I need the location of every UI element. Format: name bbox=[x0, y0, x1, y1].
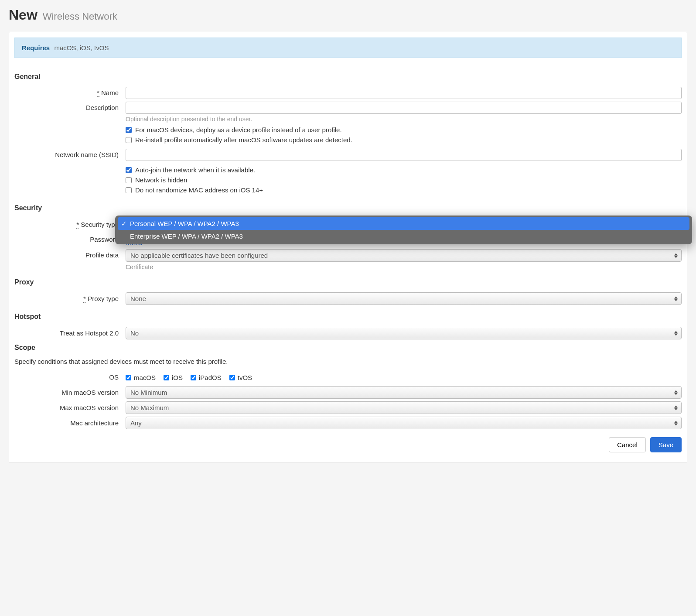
autojoin-label: Auto-join the network when it is availab… bbox=[135, 166, 255, 174]
os-tvos-checkbox[interactable] bbox=[229, 375, 235, 380]
label-os: OS bbox=[109, 373, 119, 381]
hidden-label: Network is hidden bbox=[135, 176, 187, 184]
page-title: New bbox=[9, 7, 38, 23]
os-macos-checkbox[interactable] bbox=[126, 375, 131, 380]
cancel-button[interactable]: Cancel bbox=[609, 437, 646, 452]
label-treat-hotspot: Treat as Hotspot 2.0 bbox=[60, 329, 119, 337]
label-proxy-type: Proxy type bbox=[88, 295, 119, 302]
section-proxy: Proxy bbox=[14, 278, 682, 286]
chevron-up-down-icon bbox=[674, 405, 678, 410]
description-help: Optional description presented to the en… bbox=[126, 116, 682, 123]
description-input[interactable] bbox=[126, 102, 682, 114]
save-button[interactable]: Save bbox=[650, 437, 682, 452]
label-min-macos: Min macOS version bbox=[61, 389, 119, 396]
no-randomize-label: Do not randomize MAC address on iOS 14+ bbox=[135, 186, 263, 194]
chevron-up-down-icon bbox=[674, 331, 678, 335]
no-randomize-checkbox[interactable] bbox=[126, 187, 132, 193]
min-macos-select[interactable]: No Minimum bbox=[126, 386, 682, 399]
hotspot-select[interactable]: No bbox=[126, 327, 682, 339]
label-password: Password bbox=[90, 236, 119, 243]
page-subtitle: Wireless Network bbox=[43, 11, 117, 22]
label-description: Description bbox=[86, 104, 119, 111]
mac-arch-select[interactable]: Any bbox=[126, 417, 682, 429]
label-security-type: Security type bbox=[81, 221, 119, 228]
profile-data-select[interactable]: No applicable certificates have been con… bbox=[126, 249, 682, 262]
requires-banner: Requires macOS, iOS, tvOS bbox=[14, 38, 682, 58]
main-panel: Requires macOS, iOS, tvOS General * Name… bbox=[9, 32, 687, 462]
section-security: Security bbox=[14, 204, 682, 212]
autojoin-checkbox[interactable] bbox=[126, 167, 132, 173]
os-ipados-checkbox[interactable] bbox=[191, 375, 196, 380]
section-general: General bbox=[14, 73, 682, 81]
section-scope: Scope bbox=[14, 344, 682, 352]
label-mac-arch: Mac architecture bbox=[70, 419, 119, 427]
reinstall-label: Re-install profile automatically after m… bbox=[135, 136, 352, 144]
chevron-up-down-icon bbox=[674, 296, 678, 301]
label-name: Name bbox=[101, 89, 119, 96]
chevron-up-down-icon bbox=[674, 253, 678, 258]
label-ssid: Network name (SSID) bbox=[55, 151, 119, 158]
device-profile-checkbox[interactable] bbox=[126, 127, 132, 133]
label-profile-data: Profile data bbox=[85, 251, 119, 259]
requires-label: Requires bbox=[22, 44, 50, 51]
hidden-checkbox[interactable] bbox=[126, 177, 132, 183]
page-header: New Wireless Network bbox=[9, 7, 687, 23]
proxy-type-select[interactable]: None bbox=[126, 292, 682, 305]
requires-values: macOS, iOS, tvOS bbox=[54, 44, 109, 51]
max-macos-select[interactable]: No Maximum bbox=[126, 401, 682, 414]
dropdown-option-personal[interactable]: Personal WEP / WPA / WPA2 / WPA3 bbox=[118, 217, 689, 230]
ssid-input[interactable] bbox=[126, 149, 682, 161]
scope-description: Specify conditions that assigned devices… bbox=[14, 358, 682, 365]
chevron-up-down-icon bbox=[674, 421, 678, 425]
reinstall-checkbox[interactable] bbox=[126, 137, 132, 143]
chevron-up-down-icon bbox=[674, 390, 678, 395]
profile-data-sublabel: Certificate bbox=[126, 264, 682, 270]
device-profile-label: For macOS devices, deploy as a device pr… bbox=[135, 126, 342, 133]
dropdown-option-enterprise[interactable]: Enterprise WEP / WPA / WPA2 / WPA3 bbox=[118, 230, 689, 243]
section-hotspot: Hotspot bbox=[14, 313, 682, 321]
security-type-dropdown: Personal WEP / WPA / WPA2 / WPA3 Enterpr… bbox=[115, 216, 692, 244]
label-max-macos: Max macOS version bbox=[60, 404, 119, 411]
name-input[interactable] bbox=[126, 87, 682, 99]
os-ios-checkbox[interactable] bbox=[164, 375, 169, 380]
